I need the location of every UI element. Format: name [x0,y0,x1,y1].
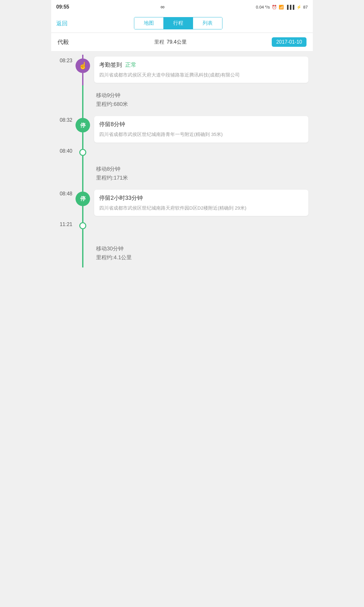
tl-left-move1 [51,85,92,114]
move1-mileage: 里程约:680米 [96,101,308,108]
move3-node-line [75,239,91,267]
tab-group: 地图 行程 列表 [134,17,222,29]
timeline-move1-entry: 移动9分钟 里程约:680米 [51,85,313,114]
line-bottom-stop1 [82,132,83,145]
stop1-title: 停留8分钟 [99,120,303,128]
move1-content: 移动9分钟 里程约:680米 [92,85,313,114]
timeline-stop1-entry: 08:32 停 停留8分钟 四川省成都市武侯区世纪城南路青年一号附近(精确到 3… [51,114,313,145]
line-top-stop1 [82,114,83,118]
tab-map[interactable]: 地图 [134,17,164,29]
stop2-end-content [92,218,313,239]
stop2-node-line: 停 [75,188,91,218]
driver-name: 代毅 [58,38,69,46]
tl-left-move3 [51,239,92,267]
timeline: 08:23 ☝ 考勤签到 正常 四川省成都市武侯区天府大道中段辅路靠近腾讯科技(… [51,52,313,271]
stop2-end-node-line [75,218,91,239]
timeline-stop2-entry: 08:48 停 停留2小时33分钟 四川省成都市武侯区世纪城南路天府软件园D区D… [51,188,313,218]
tl-left-move2 [51,159,92,188]
timeline-stop1-end: 08:40 [51,145,313,159]
tl-left-stop1-end: 08:40 [51,145,92,159]
clock-icon: ⏰ [272,5,277,9]
stop1-end-node [79,149,86,156]
line-bottom-stop1-end [82,156,83,159]
status-bar: 09:55 ∞ 0.04 ᴷ/s ⏰ 📶 ▐▐▐ ⚡ 87 [51,0,313,14]
move2-duration: 移动8分钟 [96,165,308,173]
stop1-node: 停 [76,118,90,132]
checkin-node: ☝ [76,58,90,73]
move1-node-line [75,85,91,114]
stop1-content: 停留8分钟 四川省成都市武侯区世纪城南路青年一号附近(精确到 35米) [92,114,313,145]
move3-time-empty [51,239,75,267]
line-move3 [82,239,83,267]
stop2-content: 停留2小时33分钟 四川省成都市武侯区世纪城南路天府软件园D区D2楼附近(精确到… [92,188,313,218]
stop1-end-content [92,145,313,159]
battery-level: 87 [303,5,308,9]
line-move2 [82,159,83,188]
move1-duration: 移动9分钟 [96,92,308,99]
stop1-time-end: 08:40 [51,145,75,159]
status-time: 09:55 [56,4,69,10]
mileage-group: 里程 79.4公里 [154,39,187,46]
stop1-card: 停留8分钟 四川省成都市武侯区世纪城南路青年一号附近(精确到 35米) [94,116,308,142]
checkin-time: 08:23 [51,55,75,85]
tl-left-stop2: 08:48 停 [51,188,92,218]
tl-left-stop1: 08:32 停 [51,114,92,145]
line-top-stop1-end [82,145,83,149]
stop1-time-start: 08:32 [51,114,75,145]
mileage-label: 里程 [154,39,164,46]
tl-left-stop2-end: 11:21 [51,218,92,239]
move3-content: 移动30分钟 里程约:4.1公里 [92,239,313,267]
move3-mileage: 里程约:4.1公里 [96,254,308,261]
nav-bar: 返回 地图 行程 列表 [51,14,313,33]
date-badge: 2017-01-10 [272,37,306,47]
mileage-value: 79.4公里 [167,39,187,46]
line-bottom-stop2-end [82,229,83,239]
network-speed: 0.04 ᴷ/s [256,5,270,9]
timeline-stop2-end: 11:21 [51,218,313,239]
timeline-move3-entry: 移动30分钟 里程约:4.1公里 [51,239,313,267]
timeline-move2-entry: 移动8分钟 里程约:171米 [51,159,313,188]
signal-icon: ▐▐▐ [286,5,294,9]
stop2-time-start: 08:48 [51,188,75,218]
header-info: 代毅 里程 79.4公里 2017-01-10 [51,33,313,52]
checkin-address: 四川省成都市武侯区天府大道中段辅路靠近腾讯科技(成都)有限公司 [99,71,303,78]
tab-trip[interactable]: 行程 [164,17,193,29]
checkin-content: 考勤签到 正常 四川省成都市武侯区天府大道中段辅路靠近腾讯科技(成都)有限公司 [92,55,313,85]
wifi-icon: 📶 [279,5,284,9]
tl-left-checkin: 08:23 ☝ [51,55,92,85]
move2-node-line [75,159,91,188]
status-infinity: ∞ [161,4,165,10]
move3-block: 移动30分钟 里程约:4.1公里 [94,241,308,266]
stop1-end-node-line [75,145,91,159]
line-bottom-stop2 [82,206,83,218]
move2-content: 移动8分钟 里程约:171米 [92,159,313,188]
move1-time-empty [51,85,75,114]
line-top-checkin [82,55,83,58]
line-top-stop2 [82,188,83,192]
charging-icon: ⚡ [296,5,301,9]
stop2-title: 停留2小时33分钟 [99,194,303,202]
stop2-node: 停 [76,192,90,206]
checkin-card: 考勤签到 正常 四川省成都市武侯区天府大道中段辅路靠近腾讯科技(成都)有限公司 [94,57,308,83]
stop2-time-end: 11:21 [51,218,75,239]
move2-mileage: 里程约:171米 [96,174,308,181]
stop2-address: 四川省成都市武侯区世纪城南路天府软件园D区D2楼附近(精确到 29米) [99,204,303,212]
line-move1 [82,85,83,114]
stop2-end-node [79,222,86,229]
move2-block: 移动8分钟 里程约:171米 [94,161,308,186]
timeline-checkin-entry: 08:23 ☝ 考勤签到 正常 四川省成都市武侯区天府大道中段辅路靠近腾讯科技(… [51,55,313,85]
back-button[interactable]: 返回 [56,20,68,27]
move2-time-empty [51,159,75,188]
line-top-stop2-end [82,218,83,222]
checkin-status: 正常 [125,62,136,68]
move3-duration: 移动30分钟 [96,245,308,252]
move1-block: 移动9分钟 里程约:680米 [94,87,308,112]
checkin-title: 考勤签到 正常 [99,61,303,69]
stop1-address: 四川省成都市武侯区世纪城南路青年一号附近(精确到 35米) [99,131,303,138]
line-bottom-checkin [82,73,83,85]
status-right-group: 0.04 ᴷ/s ⏰ 📶 ▐▐▐ ⚡ 87 [256,5,308,9]
stop1-node-line: 停 [75,114,91,145]
tab-list[interactable]: 列表 [193,17,222,29]
checkin-node-line: ☝ [75,55,91,85]
stop2-card: 停留2小时33分钟 四川省成都市武侯区世纪城南路天府软件园D区D2楼附近(精确到… [94,190,308,216]
